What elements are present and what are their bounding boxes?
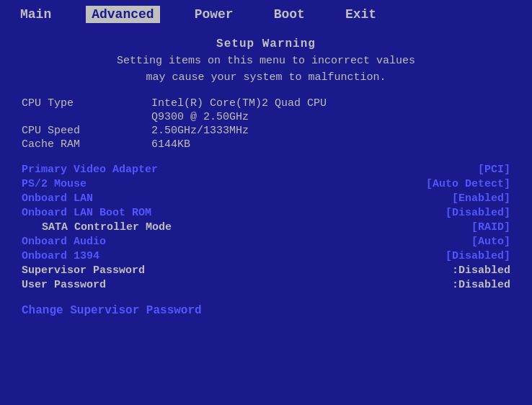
cpu-type-label2 xyxy=(22,111,151,123)
menu-exit[interactable]: Exit xyxy=(340,6,382,23)
onboard-1394-value: [Disabled] xyxy=(445,250,510,262)
primary-video-label: Primary Video Adapter xyxy=(22,164,158,176)
warning-title: Setup Warning xyxy=(22,37,510,50)
settings-row-2[interactable]: Onboard LAN [Enabled] xyxy=(22,192,510,205)
onboard-lan-boot-value: [Disabled] xyxy=(445,207,510,219)
supervisor-password-label: Supervisor Password xyxy=(22,264,145,277)
settings-row-0[interactable]: Primary Video Adapter [PCI] xyxy=(22,164,510,176)
cpu-type-value2: Q9300 @ 2.50GHz xyxy=(151,111,249,123)
ps2-mouse-label: PS/2 Mouse xyxy=(22,178,87,190)
menu-bar: Main Advanced Power Boot Exit xyxy=(0,0,532,29)
onboard-audio-value: [Auto] xyxy=(471,236,510,248)
settings-row-5[interactable]: Onboard Audio [Auto] xyxy=(22,236,510,248)
menu-boot[interactable]: Boot xyxy=(268,6,311,23)
settings-row-3[interactable]: Onboard LAN Boot ROM [Disabled] xyxy=(22,207,510,219)
onboard-1394-label: Onboard 1394 xyxy=(22,250,99,262)
warning-line2: may cause your system to malfunction. xyxy=(22,70,510,86)
settings-row-1[interactable]: PS/2 Mouse [Auto Detect] xyxy=(22,178,510,190)
cpu-type-value1: Intel(R) Core(TM)2 Quad CPU xyxy=(151,97,327,110)
system-info-section: CPU Type Intel(R) Core(TM)2 Quad CPU Q93… xyxy=(22,97,510,152)
cache-ram-value: 6144KB xyxy=(151,138,190,151)
sata-controller-value: [RAID] xyxy=(471,221,510,233)
cpu-speed-label: CPU Speed xyxy=(22,125,151,137)
ps2-mouse-value: [Auto Detect] xyxy=(426,178,510,190)
settings-row-4[interactable]: SATA Controller Mode [RAID] xyxy=(22,221,510,233)
warning-line1: Setting items on this menu to incorrect … xyxy=(22,53,510,70)
primary-video-value: [PCI] xyxy=(478,164,510,176)
menu-main[interactable]: Main xyxy=(14,6,57,23)
cache-ram-label: Cache RAM xyxy=(22,138,151,151)
cpu-type-label: CPU Type xyxy=(22,97,151,110)
change-supervisor-password[interactable]: Change Supervisor Password xyxy=(22,304,510,317)
warning-section: Setup Warning Setting items on this menu… xyxy=(22,37,510,86)
cpu-type-row: CPU Type Intel(R) Core(TM)2 Quad CPU xyxy=(22,97,510,110)
cpu-speed-row: CPU Speed 2.50GHz/1333MHz xyxy=(22,125,510,137)
settings-row-6[interactable]: Onboard 1394 [Disabled] xyxy=(22,250,510,262)
cpu-speed-value: 2.50GHz/1333MHz xyxy=(151,125,249,137)
settings-section: Primary Video Adapter [PCI] PS/2 Mouse [… xyxy=(22,164,510,293)
cache-ram-row: Cache RAM 6144KB xyxy=(22,138,510,151)
settings-row-7: Supervisor Password :Disabled xyxy=(22,264,510,277)
cpu-type-row2: Q9300 @ 2.50GHz xyxy=(22,111,510,123)
sata-controller-label: SATA Controller Mode xyxy=(22,221,172,233)
onboard-lan-label: Onboard LAN xyxy=(22,192,93,205)
content-area: Setup Warning Setting items on this menu… xyxy=(0,29,532,405)
onboard-lan-boot-label: Onboard LAN Boot ROM xyxy=(22,207,151,219)
onboard-audio-label: Onboard Audio xyxy=(22,236,106,248)
supervisor-password-value: :Disabled xyxy=(452,264,510,277)
settings-row-8: User Password :Disabled xyxy=(22,279,510,291)
onboard-lan-value: [Enabled] xyxy=(452,192,510,205)
menu-power[interactable]: Power xyxy=(189,6,239,23)
user-password-value: :Disabled xyxy=(452,279,510,291)
menu-advanced[interactable]: Advanced xyxy=(86,6,159,23)
user-password-label: User Password xyxy=(22,279,106,291)
bios-screen: Main Advanced Power Boot Exit Setup Warn… xyxy=(0,0,532,405)
